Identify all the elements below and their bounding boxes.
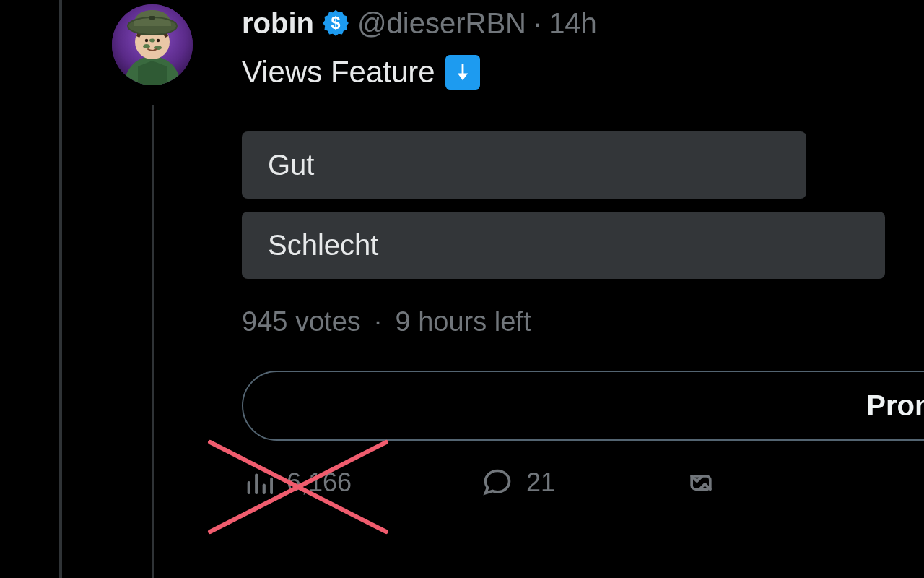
poll-meta-separator: · bbox=[374, 306, 382, 337]
header-separator: · bbox=[533, 7, 541, 39]
poll-time-left: 9 hours left bbox=[395, 306, 531, 337]
left-border-rail bbox=[59, 0, 62, 578]
poll-option-2[interactable]: Schlecht bbox=[242, 212, 885, 279]
down-arrow-emoji-icon bbox=[445, 55, 480, 90]
svg-point-9 bbox=[157, 39, 160, 42]
svg-text:$: $ bbox=[331, 14, 340, 33]
poll-option-2-label: Schlecht bbox=[268, 229, 378, 261]
avatar-image bbox=[112, 4, 193, 85]
reply-bubble-icon bbox=[481, 467, 513, 499]
tweet-timestamp[interactable]: 14h bbox=[549, 7, 597, 39]
tweet-text-content: Views Feature bbox=[242, 55, 435, 90]
tweet: robin $ @dieserRBN · 14h Views Feature G… bbox=[112, 4, 924, 499]
verified-dollar-badge-icon: $ bbox=[321, 9, 350, 38]
poll-option-1-label: Gut bbox=[268, 149, 314, 181]
poll-votes-count: 945 votes bbox=[242, 306, 361, 337]
retweet-icon bbox=[685, 467, 717, 499]
user-handle[interactable]: @dieserRBN bbox=[357, 7, 526, 39]
reply-count: 21 bbox=[526, 467, 555, 498]
tweet-header: robin $ @dieserRBN · 14h bbox=[242, 7, 924, 39]
views-action[interactable]: 6,166 bbox=[242, 467, 352, 499]
display-name[interactable]: robin bbox=[242, 7, 314, 39]
poll-option-1[interactable]: Gut bbox=[242, 131, 806, 199]
promote-button-label: Promote bbox=[866, 389, 924, 422]
promote-button[interactable]: Promote bbox=[242, 371, 924, 441]
poll: Gut Schlecht 945 votes · 9 hours left bbox=[242, 131, 898, 337]
views-bar-chart-icon bbox=[242, 467, 274, 499]
tweet-text: Views Feature bbox=[242, 55, 924, 90]
reply-action[interactable]: 21 bbox=[481, 467, 555, 499]
svg-point-2 bbox=[143, 44, 150, 48]
svg-point-4 bbox=[149, 39, 155, 43]
views-count: 6,166 bbox=[287, 467, 352, 498]
poll-meta: 945 votes · 9 hours left bbox=[242, 306, 898, 337]
tweet-content: robin $ @dieserRBN · 14h Views Feature G… bbox=[242, 7, 924, 499]
avatar[interactable] bbox=[112, 4, 193, 85]
svg-point-8 bbox=[145, 39, 148, 42]
retweet-action[interactable] bbox=[685, 467, 717, 499]
tweet-action-bar: 6,166 21 bbox=[242, 467, 924, 499]
svg-rect-7 bbox=[149, 16, 155, 20]
